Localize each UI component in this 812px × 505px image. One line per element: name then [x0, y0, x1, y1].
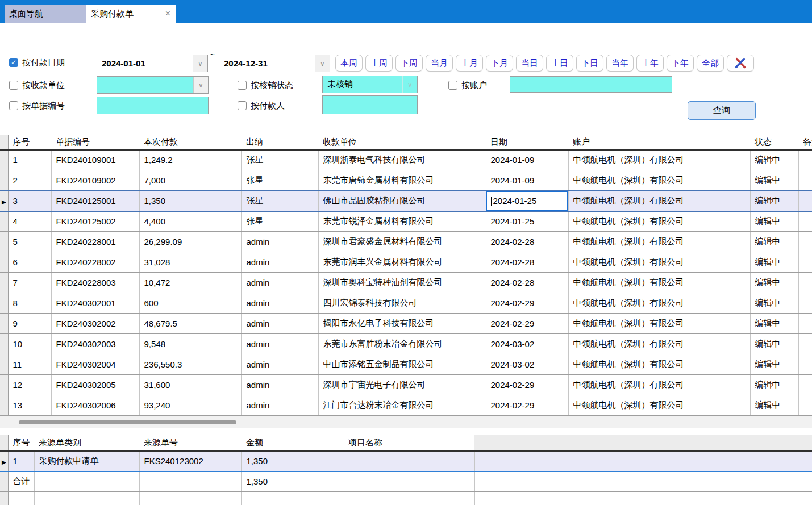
cell-note[interactable]: [798, 150, 812, 170]
cell-doc-no[interactable]: FKD240302002: [51, 314, 139, 334]
payment-row-6[interactable]: 6FKD24022800231,028admin东莞市润丰兴金属材料有限公司20…: [0, 252, 812, 273]
cell-status[interactable]: 编辑中: [750, 150, 798, 170]
col-header-doc-no[interactable]: 单据编号: [51, 135, 139, 150]
filter-pay-date[interactable]: ✓ 按付款日期: [9, 57, 65, 68]
cell-seq[interactable]: 6: [8, 252, 51, 273]
cell-payee[interactable]: 中山市添铭五金制品有限公司: [318, 354, 486, 375]
cell-payee[interactable]: 东莞市润丰兴金属材料有限公司: [318, 252, 486, 273]
cell-cashier[interactable]: admin: [241, 232, 318, 252]
cell-amount[interactable]: 48,679.5: [139, 314, 241, 334]
cell-note[interactable]: [798, 293, 812, 314]
filter-account[interactable]: 按账户: [448, 80, 487, 91]
cell-amount[interactable]: 31,600: [139, 375, 241, 395]
cell-note[interactable]: [798, 314, 812, 334]
cell-cashier[interactable]: admin: [241, 395, 318, 416]
cell-seq[interactable]: 8: [8, 293, 51, 314]
cell-cashier[interactable]: admin: [241, 354, 318, 375]
cell-cashier[interactable]: admin: [241, 314, 318, 334]
cell-account[interactable]: 中领航电机（深圳）有限公司: [568, 395, 750, 416]
cell-account[interactable]: 中领航电机（深圳）有限公司: [568, 252, 750, 273]
quick-range-button-10[interactable]: 上年: [636, 55, 664, 72]
cell-date[interactable]: 2024-02-28: [486, 252, 568, 273]
cell-doc-no[interactable]: FKD240302001: [51, 293, 139, 314]
cell-doc-no[interactable]: FKD240302003: [51, 334, 139, 354]
cell-seq[interactable]: 10: [8, 334, 51, 354]
cell-note[interactable]: [798, 354, 812, 375]
col-header-status[interactable]: 状态: [750, 135, 798, 150]
account-input[interactable]: [510, 76, 672, 93]
cell-project[interactable]: [344, 451, 474, 471]
cell-account[interactable]: 中领航电机（深圳）有限公司: [568, 273, 750, 293]
doc-no-checkbox[interactable]: [9, 101, 18, 110]
payment-row-9[interactable]: 9FKD24030200248,679.5admin揭阳市永亿电子科技有限公司2…: [0, 314, 812, 334]
cell-amount[interactable]: 10,472: [139, 273, 241, 293]
cell-account[interactable]: 中领航电机（深圳）有限公司: [568, 211, 750, 232]
cell-amount[interactable]: 9,548: [139, 334, 241, 354]
quick-range-button-0[interactable]: 本周: [335, 55, 363, 72]
cell-account[interactable]: 中领航电机（深圳）有限公司: [568, 314, 750, 334]
quick-range-button-3[interactable]: 当月: [426, 55, 453, 72]
quick-range-button-11[interactable]: 下年: [667, 55, 694, 72]
cell-note[interactable]: [798, 334, 812, 354]
cell-account[interactable]: 中领航电机（深圳）有限公司: [568, 170, 750, 191]
cell-payee[interactable]: 四川宏锦泰科技有限公司: [318, 293, 486, 314]
col-header-cashier[interactable]: 出纳: [241, 135, 318, 150]
cell-cashier[interactable]: 张星: [241, 191, 318, 211]
cell-payee[interactable]: 揭阳市永亿电子科技有限公司: [318, 314, 486, 334]
cell-doc-no[interactable]: FKD240302006: [51, 395, 139, 416]
col-header-project[interactable]: 项目名称: [344, 435, 474, 451]
cell-status[interactable]: 编辑中: [750, 293, 798, 314]
cell-payee[interactable]: 东莞市唐铈金属材料有限公司: [318, 170, 486, 191]
account-checkbox[interactable]: [448, 81, 457, 90]
quick-range-button-1[interactable]: 上周: [365, 55, 393, 72]
cell-note[interactable]: [798, 252, 812, 273]
cell-status[interactable]: 编辑中: [750, 354, 798, 375]
payment-row-13[interactable]: 13FKD24030200693,240admin江门市台达粉末冶金有限公司20…: [0, 395, 812, 416]
payee-checkbox[interactable]: [9, 81, 18, 90]
cell-note[interactable]: [798, 191, 812, 211]
cell-payee[interactable]: 东莞市锐泽金属材料有限公司: [318, 211, 486, 232]
payment-row-4[interactable]: 4FKD2401250024,400张星东莞市锐泽金属材料有限公司2024-01…: [0, 211, 812, 232]
chevron-down-icon[interactable]: ∨: [193, 77, 208, 93]
payment-row-12[interactable]: 12FKD24030200531,600admin深圳市宇宙光电子有限公司202…: [0, 375, 812, 395]
cell-amount[interactable]: 26,299.09: [139, 232, 241, 252]
tab-purchase-payment[interactable]: 采购付款单 ×: [86, 5, 176, 23]
pay-date-checkbox[interactable]: ✓: [9, 58, 18, 67]
verify-status-combo[interactable]: 未核销 ∨: [322, 76, 418, 93]
cell-payee[interactable]: 江门市台达粉末冶金有限公司: [318, 395, 486, 416]
doc-no-input[interactable]: [97, 97, 209, 114]
cell-status[interactable]: 编辑中: [750, 395, 798, 416]
payment-row-8[interactable]: 8FKD240302001600admin四川宏锦泰科技有限公司2024-02-…: [0, 293, 812, 314]
cell-account[interactable]: 中领航电机（深圳）有限公司: [568, 150, 750, 170]
cell-note[interactable]: [798, 395, 812, 416]
cell-doc-no[interactable]: FKD240302005: [51, 375, 139, 395]
cell-status[interactable]: 编辑中: [750, 170, 798, 191]
cell-status[interactable]: 编辑中: [750, 334, 798, 354]
col-header-amount[interactable]: 本次付款: [139, 135, 241, 150]
cell-payee[interactable]: 深圳浙泰电气科技有限公司: [318, 150, 486, 170]
payment-row-1[interactable]: 1FKD2401090011,249.2张星深圳浙泰电气科技有限公司2024-0…: [0, 150, 812, 170]
cell-date[interactable]: 2024-01-25: [486, 191, 568, 211]
col-header-payee[interactable]: 收款单位: [318, 135, 486, 150]
cell-note[interactable]: [798, 375, 812, 395]
filter-payer[interactable]: 按付款人: [238, 100, 285, 111]
horizontal-scrollbar[interactable]: [0, 416, 812, 428]
cell-account[interactable]: 中领航电机（深圳）有限公司: [568, 232, 750, 252]
cell-date[interactable]: 2024-02-29: [486, 293, 568, 314]
cell-note[interactable]: [798, 232, 812, 252]
date-to-combo[interactable]: 2024-12-31 ∨: [219, 55, 330, 72]
cell-doc-no[interactable]: FKD240125002: [51, 211, 139, 232]
cell-date[interactable]: 2024-01-25: [486, 211, 568, 232]
cell-payee[interactable]: 深圳市宇宙光电子有限公司: [318, 375, 486, 395]
cell-seq[interactable]: 9: [8, 314, 51, 334]
payment-row-7[interactable]: 7FKD24022800310,472admin深圳市奥科宝特种油剂有限公司20…: [0, 273, 812, 293]
col-header-account[interactable]: 账户: [568, 135, 750, 150]
cell-seq[interactable]: 1: [8, 150, 51, 170]
verify-status-checkbox[interactable]: [238, 81, 247, 90]
cell-payee[interactable]: 深圳市君豪盛金属材料有限公司: [318, 232, 486, 252]
cell-date[interactable]: 2024-01-09: [486, 150, 568, 170]
cell-amount[interactable]: 600: [139, 293, 241, 314]
close-tab-icon[interactable]: ×: [165, 5, 170, 23]
chevron-down-icon[interactable]: ∨: [402, 76, 417, 93]
cell-doc-no[interactable]: FKD240109001: [51, 150, 139, 170]
